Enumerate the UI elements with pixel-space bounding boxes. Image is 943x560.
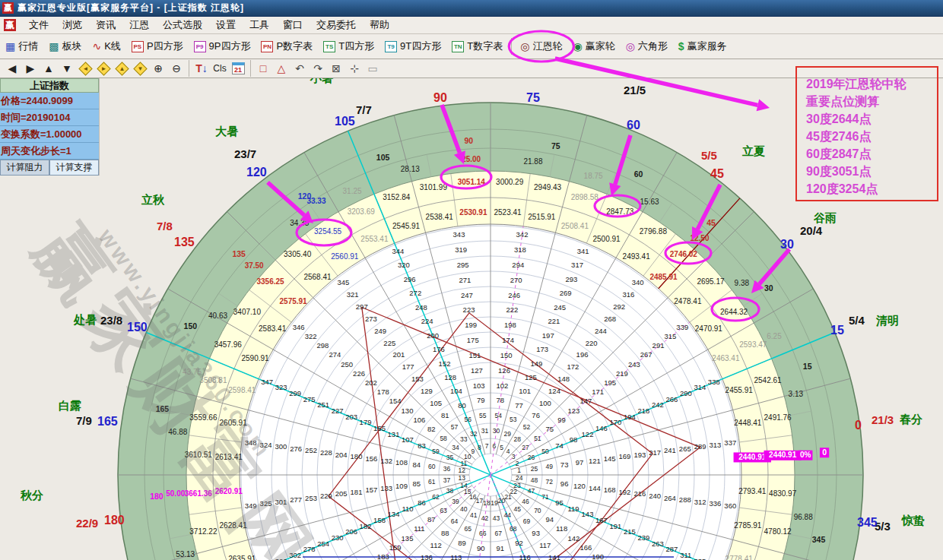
ddown-icon[interactable]: ▼ <box>132 61 148 76</box>
next-icon[interactable]: ▶ <box>22 61 39 76</box>
svg-text:142: 142 <box>568 534 580 543</box>
cls-icon[interactable]: Cls <box>211 61 228 76</box>
screen-icon[interactable]: ▭ <box>364 61 381 76</box>
svg-text:220: 220 <box>586 339 598 347</box>
svg-text:195: 195 <box>604 378 616 387</box>
svg-text:270: 270 <box>510 276 522 284</box>
toolbar-button-9P四方形[interactable]: P99P四方形 <box>189 37 256 55</box>
svg-text:326: 326 <box>275 557 287 560</box>
svg-text:77: 77 <box>515 401 523 410</box>
calendar-icon[interactable]: 21 <box>230 61 246 76</box>
svg-text:105: 105 <box>376 153 390 162</box>
toolbar-button-板块[interactable]: ▩板块 <box>43 37 87 55</box>
toolbar-button-赢家轮[interactable]: ◉赢家轮 <box>567 37 620 55</box>
svg-text:118: 118 <box>556 524 567 533</box>
dright-icon[interactable]: ► <box>95 61 112 76</box>
panel-button-0[interactable]: 计算阻力 <box>0 160 49 176</box>
toolbar-button-9T四方形[interactable]: T99T四方形 <box>379 37 446 55</box>
svg-text:3407.10: 3407.10 <box>233 308 262 316</box>
svg-text:39: 39 <box>452 498 459 505</box>
square-icon[interactable]: □ <box>255 61 271 76</box>
svg-text:95: 95 <box>555 498 564 507</box>
toolbar-button-P数字表[interactable]: PNP数字表 <box>256 37 318 55</box>
down-icon[interactable]: ▼ <box>59 61 75 76</box>
svg-text:2542.61: 2542.61 <box>754 376 782 384</box>
toolbar-label: 赢家服务 <box>687 40 727 53</box>
svg-text:3203.69: 3203.69 <box>348 207 376 216</box>
menu-item-8[interactable]: 交易委托 <box>310 17 363 33</box>
svg-text:144: 144 <box>589 484 601 492</box>
svg-text:71: 71 <box>541 493 549 501</box>
rotr-icon[interactable]: ↷ <box>310 61 326 76</box>
svg-text:218: 218 <box>637 407 649 415</box>
svg-text:3051.14: 3051.14 <box>458 178 486 186</box>
svg-text:26: 26 <box>528 454 535 461</box>
fit-icon[interactable]: ⊹ <box>346 61 363 76</box>
menu-item-5[interactable]: 设置 <box>209 17 243 33</box>
svg-text:336: 336 <box>710 499 722 508</box>
menu-bar: 赢 文件浏览资讯江恩公式选股设置工具窗口交易委托帮助 <box>0 17 943 34</box>
wheel-outer-label: 5/5 <box>701 149 717 162</box>
svg-text:241: 241 <box>664 446 676 454</box>
svg-text:12.50: 12.50 <box>690 234 709 242</box>
svg-text:99: 99 <box>557 416 566 424</box>
svg-text:290: 290 <box>680 389 692 397</box>
toolbar-button-T数字表[interactable]: TNT数字表 <box>446 37 508 55</box>
menu-item-6[interactable]: 工具 <box>243 17 276 33</box>
svg-text:121: 121 <box>589 457 601 465</box>
menu-item-7[interactable]: 窗口 <box>276 17 310 33</box>
svg-text:58: 58 <box>440 435 447 442</box>
svg-text:337: 337 <box>724 438 736 447</box>
toolbar-button-赢家服务[interactable]: $赢家服务 <box>673 37 732 55</box>
boxx-icon[interactable]: ⊠ <box>328 61 344 76</box>
symbol-name: 上证指数 <box>0 78 99 93</box>
toolbar-button-江恩轮[interactable]: ◎江恩轮 <box>515 37 567 55</box>
dleft-icon[interactable]: ◄ <box>77 61 94 76</box>
svg-text:225: 225 <box>383 339 395 347</box>
annotation-box: 2019年江恩轮中轮重要点位测算30度2644点45度2746点60度2847点… <box>795 66 938 201</box>
prev-icon[interactable]: ◀ <box>4 61 21 76</box>
triangle-icon[interactable]: △ <box>273 61 290 76</box>
toolbar-button-六角形[interactable]: ◎六角形 <box>621 37 673 55</box>
tdown-icon[interactable]: T↓ <box>193 61 210 76</box>
menu-item-2[interactable]: 资讯 <box>89 17 122 33</box>
svg-text:340: 340 <box>632 278 644 286</box>
dup-icon[interactable]: ▲ <box>113 61 130 76</box>
svg-text:120: 120 <box>573 482 586 490</box>
zoomout-icon[interactable]: ⊖ <box>168 61 185 76</box>
toolbar-button-K线[interactable]: ∿K线 <box>87 37 125 55</box>
svg-text:3: 3 <box>512 453 516 460</box>
svg-text:108: 108 <box>395 458 408 467</box>
menu-item-4[interactable]: 公式选股 <box>156 17 209 33</box>
menu-item-3[interactable]: 江恩 <box>122 17 156 33</box>
toolbar-button-行情[interactable]: ▦行情 <box>0 37 43 55</box>
svg-text:88: 88 <box>441 529 449 537</box>
svg-text:196: 196 <box>576 350 589 359</box>
toolbar-button-P四方形[interactable]: PSP四方形 <box>126 37 189 55</box>
up-icon[interactable]: ▲ <box>40 61 57 76</box>
toolbar-label: 江恩轮 <box>532 40 562 53</box>
panel-button-1[interactable]: 计算支撑 <box>49 160 99 176</box>
svg-text:3712.22: 3712.22 <box>189 527 217 536</box>
svg-text:127: 127 <box>471 366 483 375</box>
svg-text:277: 277 <box>290 495 302 504</box>
rotl-icon[interactable]: ↶ <box>291 61 308 76</box>
svg-text:18.75: 18.75 <box>584 172 603 180</box>
svg-text:2785.91: 2785.91 <box>734 521 762 530</box>
title-bar: 赢 赢家江恩专业版[赢家服务平台] - [上证指数 江恩轮] <box>0 0 943 17</box>
svg-text:2898.58: 2898.58 <box>571 193 599 201</box>
zoomin-icon[interactable]: ⊕ <box>150 61 167 76</box>
svg-text:254: 254 <box>317 539 329 548</box>
svg-text:134: 134 <box>388 510 400 518</box>
menu-item-9[interactable]: 帮助 <box>363 17 396 33</box>
svg-text:101: 101 <box>519 387 531 395</box>
menu-item-1[interactable]: 浏览 <box>56 17 89 33</box>
svg-text:2553.41: 2553.41 <box>360 235 389 243</box>
svg-text:43: 43 <box>493 514 500 522</box>
svg-text:176: 176 <box>433 345 445 353</box>
svg-text:0%: 0% <box>800 451 811 459</box>
toolbar-button-T四方形[interactable]: TST四方形 <box>318 37 379 55</box>
svg-text:2583.41: 2583.41 <box>259 324 287 333</box>
svg-text:275: 275 <box>303 395 316 403</box>
menu-item-0[interactable]: 文件 <box>22 17 56 33</box>
